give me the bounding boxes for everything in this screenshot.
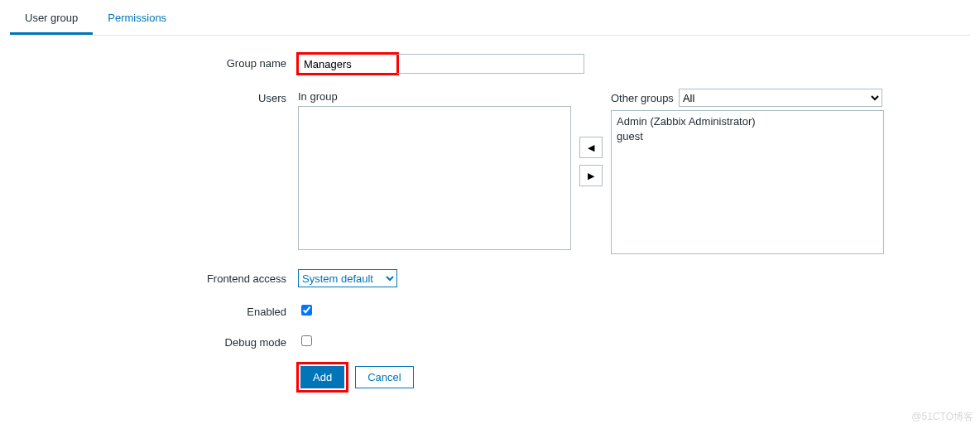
label-other-groups: Other groups xyxy=(611,92,674,104)
cancel-button[interactable]: Cancel xyxy=(355,366,413,388)
label-enabled: Enabled xyxy=(10,302,298,318)
label-frontend-access: Frontend access xyxy=(10,269,298,285)
tab-user-group[interactable]: User group xyxy=(10,5,93,35)
tab-permissions[interactable]: Permissions xyxy=(93,5,181,35)
frontend-access-select[interactable]: System default xyxy=(298,269,397,287)
move-left-button[interactable]: ◀ xyxy=(579,137,603,158)
move-right-button[interactable]: ▶ xyxy=(579,165,603,186)
other-groups-select[interactable]: All xyxy=(679,89,882,107)
label-users: Users xyxy=(10,89,298,104)
list-item[interactable]: guest xyxy=(617,129,878,144)
enabled-checkbox[interactable] xyxy=(301,305,312,316)
label-debug-mode: Debug mode xyxy=(10,333,298,349)
in-group-listbox[interactable] xyxy=(298,106,571,250)
debug-mode-checkbox[interactable] xyxy=(301,335,312,346)
watermark: @51CTO博客 xyxy=(911,410,973,424)
group-name-input[interactable] xyxy=(298,54,397,74)
list-item[interactable]: Admin (Zabbix Administrator) xyxy=(617,114,878,129)
label-in-group: In group xyxy=(298,89,571,103)
other-groups-listbox[interactable]: Admin (Zabbix Administrator) guest xyxy=(611,110,884,254)
add-button[interactable]: Add xyxy=(300,366,344,388)
label-group-name: Group name xyxy=(10,54,298,70)
